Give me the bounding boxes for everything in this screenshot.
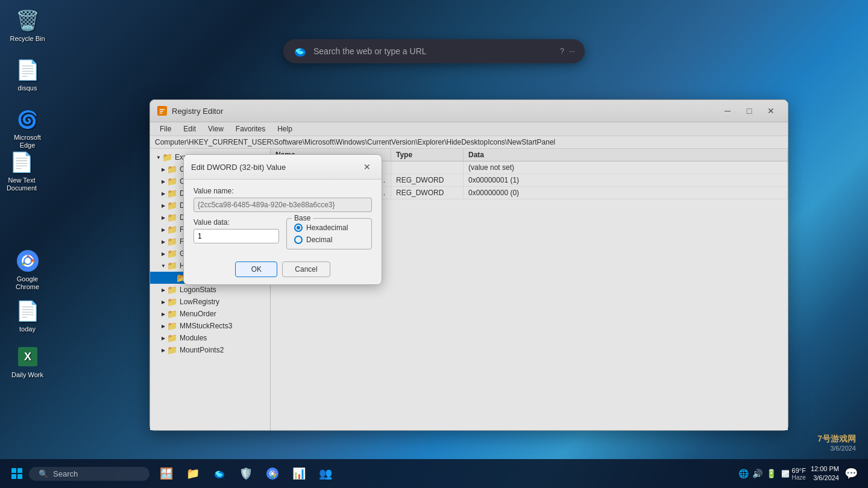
taskbar-explorer-icon[interactable]: 📁 (181, 461, 205, 486)
edit-dword-dialog: Edit DWORD (32-bit) Value ✕ Value name: … (183, 154, 382, 285)
watermark-site: 7号游戏网 (817, 434, 856, 445)
svg-rect-14 (11, 474, 16, 479)
value-data-label: Value data: (193, 218, 279, 227)
desktop: 🗑️ Recycle Bin 📄 disqus 🌀 Microsoft Edge… (0, 0, 868, 488)
hexadecimal-radio[interactable] (294, 224, 303, 232)
google-chrome-image (16, 249, 40, 273)
value-data-input[interactable] (193, 229, 279, 243)
decimal-radio[interactable] (294, 236, 303, 244)
start-button[interactable] (5, 461, 29, 486)
base-group-container: Base Hexadecimal Decimal (286, 218, 372, 249)
daily-work-label: Daily Work (11, 371, 43, 379)
recycle-bin-image: 🗑️ (16, 8, 40, 33)
recycle-bin-icon[interactable]: 🗑️ Recycle Bin (5, 6, 50, 45)
dialog-body: Value name: Value data: Base (184, 180, 382, 257)
hexadecimal-label: Hexadecimal (306, 224, 348, 232)
tray-icons: 🌐 🔊 🔋 (738, 469, 776, 478)
decimal-option[interactable]: Decimal (294, 236, 364, 244)
svg-rect-15 (17, 474, 22, 479)
weather-widget[interactable]: 🌫️ 69°F Haze (781, 467, 806, 481)
value-name-label: Value name: (193, 187, 372, 195)
svg-text:X: X (24, 351, 31, 363)
value-name-field: Value name: (193, 187, 372, 212)
network-icon[interactable]: 🌐 (738, 469, 749, 478)
taskbar-edge-icon[interactable] (207, 461, 231, 486)
microsoft-edge-image: 🌀 (16, 107, 40, 131)
clock-time: 12:00 PM (811, 465, 839, 474)
notification-icon[interactable]: 💬 (844, 466, 858, 481)
dialog-titlebar: Edit DWORD (32-bit) Value ✕ (184, 155, 382, 180)
today-label: today (19, 325, 36, 333)
google-chrome-label: Google Chrome (7, 275, 48, 291)
svg-rect-13 (17, 468, 22, 473)
dialog-close-button[interactable]: ✕ (360, 160, 374, 174)
weather-desc: Haze (792, 474, 806, 481)
chrome-search-icons: ? ··· (560, 47, 575, 55)
taskbar-app-icon[interactable]: 📊 (287, 461, 311, 486)
dialog-buttons: OK Cancel (184, 257, 382, 284)
cancel-button[interactable]: Cancel (282, 261, 330, 277)
registry-editor-window: Registry Editor ─ □ ✕ File Edit View Fav… (149, 99, 788, 431)
clock-date: 3/6/2024 (811, 474, 839, 483)
taskbar-widgets-icon[interactable]: 🪟 (154, 461, 178, 486)
chrome-search-overlay[interactable]: Search the web or type a URL ? ··· (283, 39, 585, 63)
taskbar-chrome-icon[interactable] (260, 461, 285, 486)
dialog-overlay: Edit DWORD (32-bit) Value ✕ Value name: … (150, 100, 788, 430)
chrome-search-placeholder: Search the web or type a URL (313, 46, 554, 56)
temperature: 69°F (792, 467, 806, 474)
decimal-label: Decimal (306, 236, 332, 244)
microsoft-edge-icon[interactable]: 🌀 Microsoft Edge (5, 105, 50, 152)
help-icon: ? (560, 47, 564, 55)
taskbar-clock[interactable]: 12:00 PM 3/6/2024 (811, 465, 839, 483)
weather-icon: 🌫️ (781, 470, 790, 478)
new-text-document-image: 📄 (10, 150, 34, 174)
google-chrome-icon[interactable]: Google Chrome (5, 246, 50, 293)
taskbar-teams-icon[interactable]: 👥 (313, 461, 338, 486)
system-tray: 🌐 🔊 🔋 🌫️ 69°F Haze 12:00 PM 3/6/2024 💬 (738, 465, 863, 483)
base-radio-group: Base Hexadecimal Decimal (286, 218, 372, 249)
today-icon[interactable]: 📄 today (5, 296, 50, 336)
value-data-row: Value data: Base Hexadecimal (193, 218, 372, 249)
today-image: 📄 (16, 299, 40, 323)
new-text-document-label: New Text Document (2, 177, 41, 192)
edge-icon (293, 44, 307, 58)
svg-rect-12 (11, 468, 16, 473)
hexadecimal-option[interactable]: Hexadecimal (294, 224, 364, 232)
taskbar-windows-security[interactable]: 🛡️ (234, 461, 258, 486)
search-magnifier-icon: 🔍 (39, 469, 48, 478)
battery-icon[interactable]: 🔋 (766, 469, 776, 478)
more-icon: ··· (569, 47, 575, 55)
new-text-document-icon[interactable]: 📄 New Text Document (0, 148, 43, 195)
taskbar: 🔍 Search 🪟 📁 🛡️ (0, 459, 868, 488)
disqus-label: disqus (18, 84, 37, 92)
taskbar-search[interactable]: 🔍 Search (29, 467, 149, 481)
value-data-field: Value data: (193, 218, 279, 249)
disqus-icon[interactable]: 📄 disqus (5, 55, 50, 95)
ok-button[interactable]: OK (235, 261, 277, 277)
dialog-title: Edit DWORD (32-bit) Value (191, 163, 286, 172)
daily-work-icon[interactable]: X Daily Work (5, 342, 50, 381)
watermark: 7号游戏网 3/6/2024 (817, 434, 856, 452)
recycle-bin-label: Recycle Bin (10, 35, 45, 43)
daily-work-image: X (16, 345, 40, 369)
disqus-image: 📄 (16, 58, 40, 82)
value-name-input[interactable] (193, 198, 372, 212)
search-text: Search (53, 469, 78, 478)
watermark-date: 3/6/2024 (817, 445, 856, 452)
volume-icon[interactable]: 🔊 (752, 469, 763, 478)
base-group-title: Base (292, 214, 313, 222)
svg-point-21 (271, 472, 274, 475)
svg-point-4 (25, 258, 31, 264)
